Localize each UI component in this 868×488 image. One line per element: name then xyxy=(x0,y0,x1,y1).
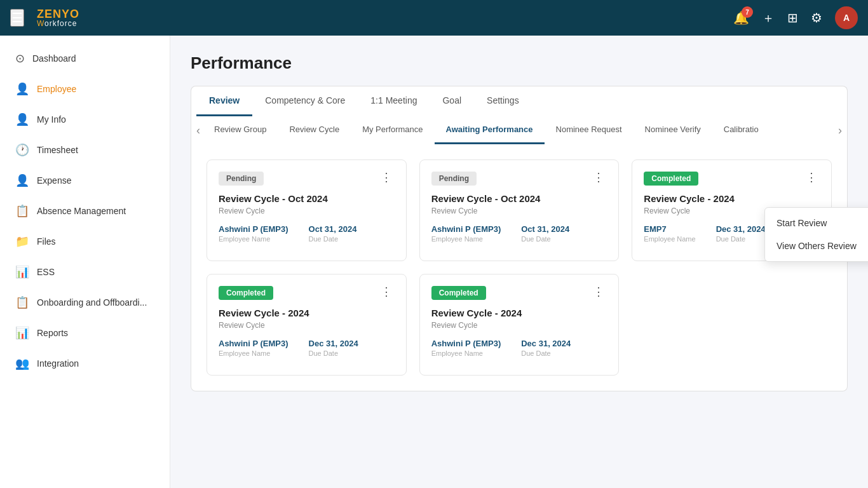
tab-settings[interactable]: Settings xyxy=(474,86,532,116)
sidebar-item-ess[interactable]: 📊 ESS xyxy=(0,257,170,287)
subtab-calibration[interactable]: Calibratio xyxy=(712,116,770,144)
apps-button[interactable]: ⊞ xyxy=(787,10,798,25)
dropdown-start-review[interactable]: Start Review xyxy=(765,212,868,234)
card-menu-button-1[interactable]: ⋮ xyxy=(378,172,395,183)
card-menu-button-3[interactable]: ⋮ xyxy=(803,172,820,183)
card-header-3: Completed ⋮ xyxy=(644,172,820,186)
card-status-2: Pending xyxy=(431,172,477,186)
content-area: Performance Review Competency & Core 1:1… xyxy=(170,36,868,488)
settings-button[interactable]: ⚙ xyxy=(811,10,822,25)
card-employee-value-5: Ashwini P (EMP3) xyxy=(431,339,501,348)
card-employee-2: Ashwini P (EMP3) Employee Name xyxy=(431,224,501,243)
review-card-4: Completed ⋮ Review Cycle - 2024 Review C… xyxy=(207,274,407,376)
card-duedate-5: Dec 31, 2024 Due Date xyxy=(521,339,571,357)
tab-goal[interactable]: Goal xyxy=(430,86,474,116)
card-duedate-label-4: Due Date xyxy=(309,349,358,357)
sidebar-item-onboarding[interactable]: 📋 Onboarding and Offboardi... xyxy=(0,287,170,318)
topbar: ☰ ZENYO Workforce 🔔 7 ＋ ⊞ ⚙ A xyxy=(0,0,868,36)
integration-icon: 👥 xyxy=(15,356,29,370)
ess-icon: 📊 xyxy=(15,265,29,279)
tab-competency[interactable]: Competency & Core xyxy=(252,86,358,116)
subtabs-container: ‹ Review Group Review Cycle My Performan… xyxy=(191,116,848,144)
main-layout: ⊙ Dashboard 👤 Employee 👤 My Info 🕐 Times… xyxy=(0,36,868,488)
card-employee-value-3: EMP7 xyxy=(644,224,695,234)
add-button[interactable]: ＋ xyxy=(762,10,775,27)
card-title-4: Review Cycle - 2024 xyxy=(219,308,395,318)
sidebar-item-label: Expense xyxy=(37,175,71,186)
sidebar-item-files[interactable]: 📁 Files xyxy=(0,226,170,257)
notification-badge: 7 xyxy=(742,6,753,18)
card-header-1: Pending ⋮ xyxy=(219,172,395,186)
card-subtitle-5: Review Cycle xyxy=(431,321,607,330)
subtab-review-cycle[interactable]: Review Cycle xyxy=(278,116,351,144)
card-subtitle-4: Review Cycle xyxy=(219,321,395,330)
absence-icon: 📋 xyxy=(15,204,29,218)
timesheet-icon: 🕐 xyxy=(15,143,29,157)
sidebar: ⊙ Dashboard 👤 Employee 👤 My Info 🕐 Times… xyxy=(0,36,170,488)
files-icon: 📁 xyxy=(15,234,29,248)
tab-meeting[interactable]: 1:1 Meeting xyxy=(358,86,430,116)
sidebar-item-label: Onboarding and Offboardi... xyxy=(37,297,147,308)
card-employee-value-4: Ashwini P (EMP3) xyxy=(219,339,288,348)
card-duedate-4: Dec 31, 2024 Due Date xyxy=(309,339,358,357)
subtab-next-button[interactable]: › xyxy=(836,119,844,142)
dropdown-view-others-review[interactable]: View Others Review xyxy=(765,234,868,257)
card-employee-label-3: Employee Name xyxy=(644,235,695,243)
card-duedate-label-3: Due Date xyxy=(716,235,766,243)
card-employee-3: EMP7 Employee Name xyxy=(644,224,695,243)
card-employee-label-5: Employee Name xyxy=(431,349,501,357)
menu-icon[interactable]: ☰ xyxy=(10,9,24,27)
card-title-3: Review Cycle - 2024 xyxy=(644,193,820,204)
card-employee-value-2: Ashwini P (EMP3) xyxy=(431,224,501,234)
review-card-1: Pending ⋮ Review Cycle - Oct 2024 Review… xyxy=(207,159,407,261)
subtab-review-group[interactable]: Review Group xyxy=(203,116,278,144)
subtab-nominee-request[interactable]: Nominee Request xyxy=(545,116,634,144)
card-employee-5: Ashwini P (EMP3) Employee Name xyxy=(431,339,501,357)
card-meta-4: Ashwini P (EMP3) Employee Name Dec 31, 2… xyxy=(219,339,395,357)
card-status-5: Completed xyxy=(431,286,486,300)
card-title-5: Review Cycle - 2024 xyxy=(431,308,607,318)
card-menu-button-2[interactable]: ⋮ xyxy=(590,172,607,183)
card-duedate-1: Oct 31, 2024 Due Date xyxy=(309,224,357,243)
card-header-4: Completed ⋮ xyxy=(219,286,395,300)
card-context-menu: Start Review View Others Review xyxy=(764,207,868,262)
card-menu-button-4[interactable]: ⋮ xyxy=(378,286,395,297)
subtabs-scroll: Review Group Review Cycle My Performance… xyxy=(203,116,836,144)
card-duedate-2: Oct 31, 2024 Due Date xyxy=(521,224,569,243)
sidebar-item-absence[interactable]: 📋 Absence Management xyxy=(0,196,170,226)
subtab-prev-button[interactable]: ‹ xyxy=(194,119,203,142)
reports-icon: 📊 xyxy=(15,326,29,340)
card-duedate-value-5: Dec 31, 2024 xyxy=(521,339,571,348)
sidebar-item-expense[interactable]: 👤 Expense xyxy=(0,165,170,196)
subtab-nominee-verify[interactable]: Nominee Verify xyxy=(634,116,712,144)
sidebar-item-reports[interactable]: 📊 Reports xyxy=(0,318,170,348)
expense-icon: 👤 xyxy=(15,173,29,187)
logo: ZENYO Workforce xyxy=(37,8,79,27)
card-employee-label-4: Employee Name xyxy=(219,349,288,357)
sidebar-item-label: My Info xyxy=(37,114,66,125)
card-menu-button-5[interactable]: ⋮ xyxy=(590,286,607,297)
sidebar-item-myinfo[interactable]: 👤 My Info xyxy=(0,104,170,135)
card-duedate-value-1: Oct 31, 2024 xyxy=(309,224,357,234)
avatar[interactable]: A xyxy=(835,6,858,29)
sidebar-item-employee[interactable]: 👤 Employee xyxy=(0,74,170,104)
card-status-4: Completed xyxy=(219,286,273,300)
logo-workforce: Workforce xyxy=(37,20,79,27)
sidebar-item-dashboard[interactable]: ⊙ Dashboard xyxy=(0,43,170,74)
card-duedate-label-1: Due Date xyxy=(309,235,357,243)
tab-review[interactable]: Review xyxy=(196,86,252,116)
card-employee-1: Ashwini P (EMP3) Employee Name xyxy=(219,224,288,243)
card-employee-value-1: Ashwini P (EMP3) xyxy=(219,224,288,234)
subtab-my-performance[interactable]: My Performance xyxy=(351,116,434,144)
sidebar-item-timesheet[interactable]: 🕐 Timesheet xyxy=(0,135,170,165)
review-card-2: Pending ⋮ Review Cycle - Oct 2024 Review… xyxy=(419,159,620,261)
subtab-awaiting-performance[interactable]: Awaiting Performance xyxy=(435,116,545,144)
employee-icon: 👤 xyxy=(15,82,29,96)
review-card-5: Completed ⋮ Review Cycle - 2024 Review C… xyxy=(419,274,620,376)
card-header-5: Completed ⋮ xyxy=(431,286,607,300)
sidebar-item-integration[interactable]: 👥 Integration xyxy=(0,348,170,379)
sidebar-item-label: Reports xyxy=(37,328,68,338)
sidebar-item-label: ESS xyxy=(37,267,55,277)
notification-button[interactable]: 🔔 7 xyxy=(733,10,749,25)
card-subtitle-2: Review Cycle xyxy=(431,207,607,215)
